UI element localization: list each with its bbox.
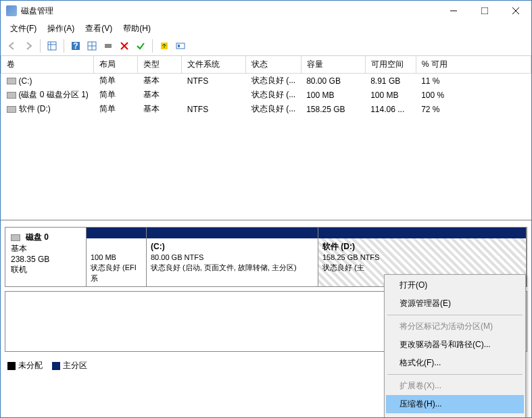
disk-size: 238.35 GB: [11, 255, 80, 264]
menu-view[interactable]: 查看(V): [81, 22, 116, 36]
delete-icon[interactable]: [117, 38, 132, 53]
context-menu: 打开(O) 资源管理器(E) 将分区标记为活动分区(M) 更改驱动器号和路径(C…: [384, 274, 526, 418]
forward-icon: [21, 38, 36, 53]
menu-help[interactable]: 帮助(H): [119, 22, 155, 36]
col-pctfree[interactable]: % 可用: [416, 56, 531, 74]
svg-rect-4: [48, 42, 56, 50]
col-free[interactable]: 可用空间: [365, 56, 416, 74]
volumes-pane: 卷 布局 类型 文件系统 状态 容量 可用空间 % 可用 (C:)简单基本NTF…: [1, 56, 531, 221]
grid-icon[interactable]: [84, 38, 99, 53]
app-icon: [6, 5, 17, 16]
table-row[interactable]: (磁盘 0 磁盘分区 1)简单基本状态良好 (...100 MB100 MB10…: [1, 88, 531, 102]
col-fs[interactable]: 文件系统: [182, 56, 246, 74]
disk-type: 基本: [11, 243, 80, 255]
disk-name: 磁盘 0: [26, 232, 49, 243]
disk-status: 联机: [11, 264, 80, 276]
cm-extend: 扩展卷(X)...: [386, 377, 524, 395]
menubar: 文件(F) 操作(A) 查看(V) 帮助(H): [1, 21, 531, 36]
cm-explorer[interactable]: 资源管理器(E): [386, 294, 524, 313]
col-capacity[interactable]: 容量: [301, 56, 365, 74]
table-row[interactable]: 软件 (D:)简单基本NTFS状态良好 (...158.25 GB114.06 …: [1, 102, 531, 116]
settings-icon[interactable]: [101, 38, 116, 53]
partition[interactable]: (C:)80.00 GB NTFS状态良好 (启动, 页面文件, 故障转储, 主…: [146, 227, 318, 287]
col-volume[interactable]: 卷: [1, 56, 94, 74]
window-title: 磁盘管理: [21, 5, 438, 17]
check-icon[interactable]: [133, 38, 148, 53]
close-button[interactable]: [500, 1, 531, 21]
col-layout[interactable]: 布局: [94, 56, 138, 74]
svg-rect-1: [481, 7, 488, 14]
volumes-table: 卷 布局 类型 文件系统 状态 容量 可用空间 % 可用 (C:)简单基本NTF…: [1, 56, 531, 116]
cm-shrink[interactable]: 压缩卷(H)...: [386, 395, 524, 413]
svg-text:?: ?: [73, 41, 78, 51]
cm-format[interactable]: 格式化(F)...: [386, 354, 524, 372]
partition[interactable]: 100 MB状态良好 (EFI 系: [86, 227, 147, 287]
menu-file[interactable]: 文件(F): [6, 22, 41, 36]
action2-icon[interactable]: [173, 38, 188, 53]
menu-action[interactable]: 操作(A): [43, 22, 78, 36]
legend-primary: 主分区: [63, 361, 87, 370]
titlebar: 磁盘管理: [1, 1, 531, 21]
help-icon[interactable]: ?: [68, 38, 83, 53]
back-icon: [5, 38, 20, 53]
cm-drive[interactable]: 更改驱动器号和路径(C)...: [386, 336, 524, 354]
legend-unalloc: 未分配: [18, 361, 43, 370]
view-list-icon[interactable]: [45, 38, 59, 53]
svg-rect-17: [178, 45, 180, 47]
maximize-button[interactable]: [469, 1, 500, 21]
col-status[interactable]: 状态: [246, 56, 301, 74]
svg-rect-12: [105, 44, 112, 48]
cm-active: 将分区标记为活动分区(M): [386, 317, 524, 336]
action1-icon[interactable]: [157, 38, 172, 53]
col-type[interactable]: 类型: [138, 56, 182, 74]
table-row[interactable]: (C:)简单基本NTFS状态良好 (...80.00 GB8.91 GB11 %: [1, 74, 531, 88]
toolbar: ?: [1, 36, 531, 56]
cm-mirror: 添加镜像(A)...: [386, 413, 524, 418]
svg-rect-16: [176, 43, 185, 49]
disk-label[interactable]: 磁盘 0 基本 238.35 GB 联机: [5, 228, 87, 286]
cm-open[interactable]: 打开(O): [386, 276, 524, 294]
minimize-button[interactable]: [438, 1, 469, 21]
